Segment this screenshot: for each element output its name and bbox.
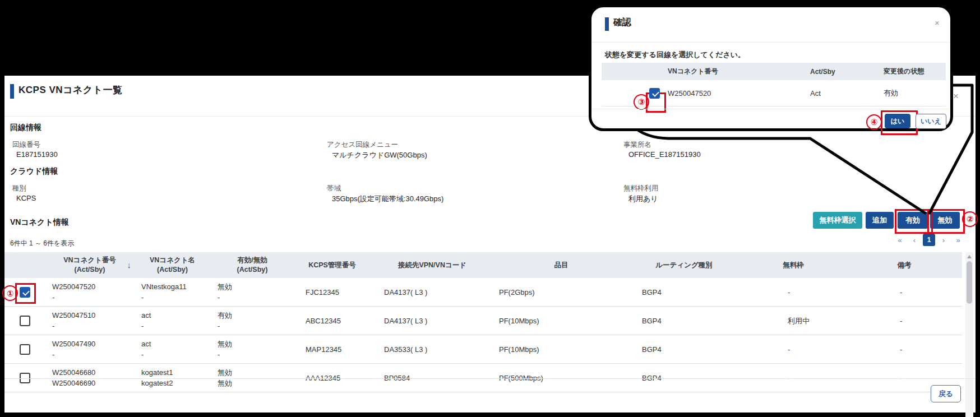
field-value: KCPS xyxy=(16,194,36,202)
yes-button[interactable]: はい xyxy=(885,114,910,128)
section-cloud-info: クラウド情報 xyxy=(10,166,58,177)
enable-button[interactable]: 有効 xyxy=(898,212,928,229)
table-row: W250046680W250046690 kogatest1kogatest2 … xyxy=(4,364,962,392)
check-icon xyxy=(652,90,659,97)
table-row: W250047510- act- 有効- ABC12345 DA4137( L3… xyxy=(4,307,962,335)
table-header-row: VNコネクト番号 (Act/Sby) ↓ VNコネクト名 (Act/Sby) 有… xyxy=(4,252,962,278)
dialog-row-new-state: 有効 xyxy=(879,88,945,98)
dialog-close-icon[interactable]: × xyxy=(935,18,940,27)
dialog-header-act-sby: Act/Sby xyxy=(810,68,879,76)
header-remarks: 備考 xyxy=(847,252,962,278)
footer-divider xyxy=(4,378,976,379)
field-label: アクセス回線メニュー xyxy=(327,140,398,150)
header-routing: ルーティング種別 xyxy=(628,252,740,278)
section-vn-info: VNコネクト情報 xyxy=(10,217,69,228)
no-button[interactable]: いいえ xyxy=(916,114,946,129)
field-label: 回線番号 xyxy=(12,140,40,150)
dialog-title: 確認 xyxy=(613,17,631,29)
result-count: 6件中 1 ～ 6件を表示 xyxy=(10,239,74,248)
annotation-4: ④ xyxy=(866,114,882,130)
header-vn-number: VNコネクト番号 (Act/Sby) ↓ xyxy=(45,252,135,278)
field-value: マルチクラウドGW(50Gbps) xyxy=(332,150,427,160)
dialog-row-act-sby: Act xyxy=(810,89,879,98)
header-checkbox-spacer xyxy=(4,252,45,278)
header-kcps-no: KCPS管理番号 xyxy=(294,252,370,278)
annotation-3: ③ xyxy=(634,94,649,110)
section-line-info: 回線情報 xyxy=(10,123,41,133)
page-title: KCPS VNコネクト一覧 xyxy=(19,84,123,96)
dialog-table: VNコネクト番号 Act/Sby 変更後の状態 ③ W250047520 Act… xyxy=(602,63,946,106)
pagination: « ‹ 1 › » xyxy=(894,234,964,246)
header-enabled: 有効/無効 (Act/Sby) xyxy=(210,252,294,278)
header-item: 品目 xyxy=(494,252,628,278)
header-vn-name: VNコネクト名 (Act/Sby) xyxy=(135,252,210,278)
free-quota-select-button[interactable]: 無料枠選択 xyxy=(813,212,862,229)
pagination-next[interactable]: › xyxy=(937,234,950,246)
annotation-2: ② xyxy=(962,211,978,227)
field-value: 35Gbps(設定可能帯域:30.49Gbps) xyxy=(332,194,443,204)
field-value: OFFICE_E187151930 xyxy=(628,150,701,159)
table-scrollbar[interactable] xyxy=(965,252,973,417)
dialog-header-vn-number: VNコネクト番号 xyxy=(664,67,810,76)
pagination-first[interactable]: « xyxy=(894,234,906,246)
dialog-table-header: VNコネクト番号 Act/Sby 変更後の状態 xyxy=(602,63,946,80)
pagination-page-1[interactable]: 1 xyxy=(923,234,935,246)
row-checkbox[interactable] xyxy=(20,287,30,298)
dialog-divider xyxy=(591,42,950,43)
back-button[interactable]: 戻る xyxy=(931,385,961,402)
pagination-prev[interactable]: ‹ xyxy=(908,234,921,246)
scroll-up-icon[interactable] xyxy=(965,253,973,261)
pagination-last[interactable]: » xyxy=(952,234,964,246)
dialog-footer-divider xyxy=(591,109,950,109)
confirm-dialog: 確認 × 状態を変更する回線を選択してください。 VNコネクト番号 Act/Sb… xyxy=(589,4,953,131)
field-value: 利用あり xyxy=(628,194,658,204)
dialog-header-new-state: 変更後の状態 xyxy=(879,67,945,76)
dialog-row-vn-number: W250047520 xyxy=(664,89,810,98)
annotation-1: ① xyxy=(2,285,18,301)
header-vpn-code: 接続先VPN/VNコード xyxy=(370,252,494,278)
dialog-title-accent-bar xyxy=(605,17,609,31)
header-free-quota: 無料枠 xyxy=(740,252,847,278)
field-label: 種別 xyxy=(12,184,26,193)
vn-connect-table: VNコネクト番号 (Act/Sby) ↓ VNコネクト名 (Act/Sby) 有… xyxy=(4,252,962,392)
row-checkbox[interactable] xyxy=(20,316,30,326)
field-label: 無料枠利用 xyxy=(623,184,659,193)
dialog-table-row: ③ W250047520 Act 有効 xyxy=(602,80,946,106)
check-icon xyxy=(22,289,30,296)
sort-desc-icon[interactable]: ↓ xyxy=(127,260,132,270)
scrollbar-thumb[interactable] xyxy=(967,261,972,304)
field-value: E187151930 xyxy=(16,150,58,159)
close-icon[interactable]: × xyxy=(953,91,959,101)
field-label: 帯域 xyxy=(327,184,341,193)
field-label: 事業所名 xyxy=(623,140,651,150)
disable-button[interactable]: 無効 xyxy=(930,212,960,229)
dialog-row-checkbox[interactable] xyxy=(649,88,660,99)
table-row: W250047490- act- 無効- MAP12345 DA3533( L3… xyxy=(4,335,962,364)
table-row: ① W250047520- VNtestkoga11- 無効- FJC12345… xyxy=(4,278,962,307)
title-accent-bar xyxy=(10,84,14,99)
add-button[interactable]: 追加 xyxy=(866,212,894,229)
row-checkbox[interactable] xyxy=(20,344,30,355)
dialog-message: 状態を変更する回線を選択してください。 xyxy=(605,50,745,60)
